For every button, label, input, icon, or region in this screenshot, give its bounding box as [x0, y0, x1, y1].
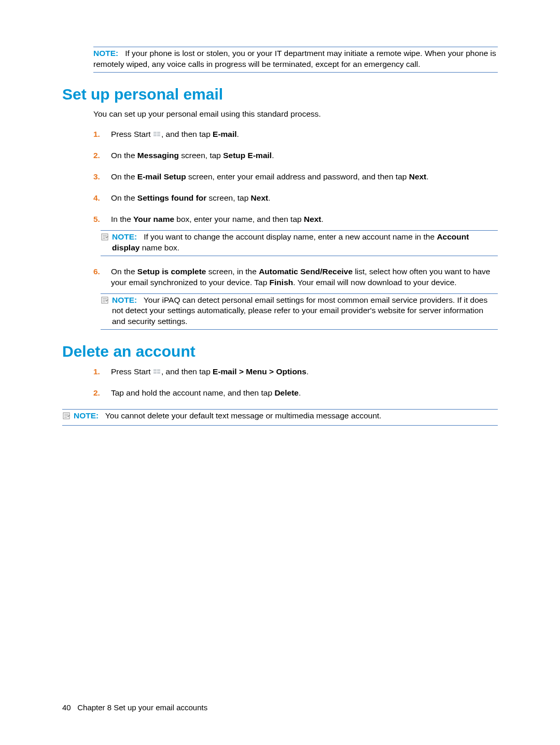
svg-rect-15: [157, 372, 160, 374]
heading-set-up-personal-email: Set up personal email: [62, 84, 498, 105]
step-1: 1. Press Start , and then tap E-mail.: [93, 129, 498, 140]
t: Automatic Send/Receive: [259, 267, 353, 276]
t: Next: [304, 215, 321, 223]
t: On the: [111, 151, 137, 160]
svg-rect-1: [157, 132, 160, 134]
t: screen, tap: [206, 193, 250, 202]
t: On the: [111, 172, 137, 181]
t: screen, tap: [179, 151, 223, 160]
t: . Your email will now download to your d…: [293, 278, 456, 287]
step-number: 5.: [93, 214, 100, 225]
note-label: NOTE:: [112, 296, 137, 304]
note-label: NOTE:: [112, 232, 137, 241]
step-end: .: [237, 130, 239, 138]
step-number: 2.: [93, 388, 100, 399]
t: Setup E-mail: [223, 151, 272, 160]
steps-list-delete-account: 1. Press Start , and then tap E-mail > M…: [93, 367, 498, 399]
t: Press Start: [111, 367, 153, 376]
t: In the: [111, 215, 133, 223]
heading-delete-an-account: Delete an account: [62, 341, 498, 362]
t: You cannot delete your default text mess…: [105, 411, 382, 420]
t: Finish: [270, 278, 293, 287]
t: screen, in the: [206, 267, 259, 276]
t: Messaging: [137, 151, 179, 160]
t: Your iPAQ can detect personal email sett…: [112, 296, 487, 326]
step-bold: E-mail: [213, 130, 237, 138]
t: .: [299, 388, 301, 397]
note-icon: [101, 296, 109, 307]
svg-rect-0: [153, 132, 157, 134]
t: Settings found for: [137, 193, 206, 202]
t: .: [268, 193, 270, 202]
note-label: NOTE:: [74, 411, 99, 420]
steps-list-personal-email: 1. Press Start , and then tap E-mail. 2.…: [93, 129, 498, 330]
svg-rect-12: [153, 369, 157, 371]
note-icon: [101, 233, 109, 244]
step-2: 2. On the Messaging screen, tap Setup E-…: [93, 150, 498, 161]
t: E-mail > Menu > Options: [213, 367, 306, 376]
t: Your name: [133, 215, 174, 223]
step-number: 4.: [93, 193, 100, 204]
svg-rect-13: [157, 369, 160, 371]
t: On the: [111, 193, 137, 202]
svg-rect-2: [153, 134, 157, 136]
step-4: 4. On the Settings found for screen, tap…: [93, 193, 498, 204]
note-ipaq-detect: NOTE: Your iPAQ can detect personal emai…: [101, 293, 498, 330]
t: Delete: [274, 388, 299, 397]
step-2: 2. Tap and hold the account name, and th…: [93, 388, 498, 399]
t: , and then tap: [161, 367, 213, 376]
t: On the: [111, 267, 137, 276]
t: .: [321, 215, 324, 223]
step-number: 6.: [93, 266, 100, 277]
step-5: 5. In the Your name box, enter your name…: [93, 214, 498, 256]
t: Next: [409, 172, 427, 181]
windows-start-icon: [153, 131, 161, 138]
t: .: [306, 367, 309, 376]
t: Next: [251, 193, 269, 202]
note-text: If your phone is lost or stolen, you or …: [93, 49, 496, 68]
step-6: 6. On the Setup is complete screen, in t…: [93, 266, 498, 330]
note-label: NOTE:: [93, 49, 118, 58]
note-cannot-delete-default: NOTE: You cannot delete your default tex…: [62, 409, 498, 426]
step-text-post: , and then tap: [161, 130, 213, 138]
svg-rect-14: [153, 372, 157, 374]
step-1: 1. Press Start , and then tap E-mail > M…: [93, 367, 498, 377]
step-number: 1.: [93, 129, 100, 140]
t: Setup is complete: [137, 267, 206, 276]
page-number: 40: [62, 703, 71, 712]
intro-text: You can set up your personal email using…: [93, 109, 498, 120]
step-text-pre: Press Start: [111, 130, 153, 138]
t: screen, enter your email address and pas…: [186, 172, 409, 181]
t: E-mail Setup: [137, 172, 186, 181]
t: If you want to change the account displa…: [144, 232, 437, 241]
step-number: 3.: [93, 172, 100, 182]
page-footer: 40 Chapter 8 Set up your email accounts: [62, 702, 207, 713]
step-3: 3. On the E-mail Setup screen, enter you…: [93, 172, 498, 182]
note-remote-wipe: NOTE: If your phone is lost or stolen, y…: [93, 47, 498, 73]
t: name box.: [139, 243, 179, 252]
note-account-display: NOTE: If you want to change the account …: [101, 230, 498, 256]
step-number: 1.: [93, 367, 100, 377]
svg-rect-3: [157, 134, 160, 136]
windows-start-icon: [153, 368, 161, 375]
t: Tap and hold the account name, and then …: [111, 388, 274, 397]
t: .: [426, 172, 428, 181]
step-number: 2.: [93, 150, 100, 161]
chapter-label: Chapter 8 Set up your email accounts: [77, 703, 207, 712]
t: .: [272, 151, 274, 160]
t: box, enter your name, and then tap: [174, 215, 304, 223]
note-icon: [62, 412, 71, 423]
